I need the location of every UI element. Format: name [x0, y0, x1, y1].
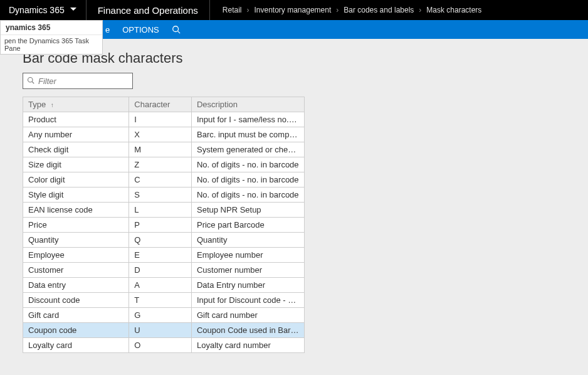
actionbar-cut-letter: e [105, 25, 110, 34]
cell-character: M [129, 142, 192, 157]
table-row[interactable]: PricePPrice part Barcode [23, 218, 305, 233]
cell-description: Input for Discount code - sa... [191, 293, 304, 308]
cell-character: Z [129, 157, 192, 172]
table-row[interactable]: Discount codeTInput for Discount code - … [23, 293, 305, 308]
cell-description: Price part Barcode [191, 218, 304, 233]
grid-header-row: Type ↑ Character Description [23, 97, 305, 112]
breadcrumb: Retail › Inventory management › Bar code… [210, 0, 495, 20]
col-header-description[interactable]: Description [191, 97, 304, 112]
cell-character: O [129, 338, 192, 353]
cell-description: No. of digits - no. in barcode [191, 157, 304, 172]
cell-type: Any number [23, 127, 129, 142]
dropdown-hint: pen the Dynamics 365 Task Pane [1, 35, 102, 54]
table-row[interactable]: CustomerDCustomer number [23, 263, 305, 278]
mask-characters-grid: Type ↑ Character Description ProductIInp… [23, 97, 305, 353]
brand-label: Dynamics 365 [9, 5, 65, 15]
cell-character: S [129, 188, 192, 203]
cell-character: Q [129, 233, 192, 248]
cell-description: Quantity [191, 233, 304, 248]
cell-character: E [129, 248, 192, 263]
cell-character: X [129, 127, 192, 142]
crumb-mask[interactable]: Mask characters [426, 6, 481, 14]
brand-menu[interactable]: Dynamics 365 [0, 0, 87, 20]
cell-description: Setup NPR Setup [191, 203, 304, 218]
search-icon [27, 77, 34, 86]
brand-dropdown: ynamics 365 pen the Dynamics 365 Task Pa… [0, 20, 103, 55]
cell-character: T [129, 293, 192, 308]
page-title: Bar code mask characters [23, 50, 588, 66]
svg-line-3 [32, 82, 34, 83]
cell-description: System generated or checked [191, 142, 304, 157]
cell-character: G [129, 308, 192, 323]
cell-description: No. of digits - no. in barcode [191, 172, 304, 188]
table-row[interactable]: QuantityQQuantity [23, 233, 305, 248]
cell-character: D [129, 263, 192, 278]
col-header-character[interactable]: Character [129, 97, 192, 112]
table-row[interactable]: ProductIInput for I - same/less no. of .… [23, 112, 305, 127]
cell-description: Data Entry number [191, 278, 304, 293]
cell-type: Color digit [23, 172, 129, 188]
cell-type: Size digit [23, 157, 129, 172]
col-label: Type [28, 100, 46, 109]
cell-character: A [129, 278, 192, 293]
cell-character: L [129, 203, 192, 218]
cell-type: Price [23, 218, 129, 233]
cell-character: P [129, 218, 192, 233]
cell-type: Coupon code [23, 323, 129, 338]
table-row[interactable]: Coupon codeUCoupon Code used in Bar code [23, 323, 305, 338]
cell-type: Data entry [23, 278, 129, 293]
table-row[interactable]: EAN license codeLSetup NPR Setup [23, 203, 305, 218]
table-row[interactable]: Any numberXBarc. input must be complete [23, 127, 305, 142]
topbar: Dynamics 365 Finance and Operations Reta… [0, 0, 588, 20]
search-icon[interactable] [172, 25, 181, 34]
options-button[interactable]: OPTIONS [122, 25, 159, 34]
cell-description: Employee number [191, 248, 304, 263]
cell-type: Quantity [23, 233, 129, 248]
table-row[interactable]: Loyalty cardOLoyalty card number [23, 338, 305, 353]
cell-type: Discount code [23, 293, 129, 308]
sort-ascending-icon: ↑ [51, 102, 54, 108]
cell-type: Check digit [23, 142, 129, 157]
cell-type: Employee [23, 248, 129, 263]
cell-description: Barc. input must be complete [191, 127, 304, 142]
table-row[interactable]: Color digitCNo. of digits - no. in barco… [23, 172, 305, 188]
cell-description: Input for I - same/less no. of ... [191, 112, 304, 127]
svg-point-2 [28, 77, 33, 82]
svg-point-0 [173, 26, 179, 32]
table-row[interactable]: Size digitZNo. of digits - no. in barcod… [23, 157, 305, 172]
chevron-right-icon: › [336, 6, 339, 14]
dropdown-title: ynamics 365 [1, 21, 102, 35]
filter-input[interactable] [38, 77, 129, 86]
cell-description: Loyalty card number [191, 338, 304, 353]
table-row[interactable]: Gift cardGGift card number [23, 308, 305, 323]
cell-character: I [129, 112, 192, 127]
cell-type: Loyalty card [23, 338, 129, 353]
cell-description: Gift card number [191, 308, 304, 323]
cell-type: Gift card [23, 308, 129, 323]
table-row[interactable]: EmployeeEEmployee number [23, 248, 305, 263]
chevron-down-icon [70, 5, 77, 15]
cell-character: U [129, 323, 192, 338]
cell-type: Style digit [23, 188, 129, 203]
col-header-type[interactable]: Type ↑ [23, 97, 129, 112]
cell-type: Customer [23, 263, 129, 278]
table-row[interactable]: Style digitSNo. of digits - no. in barco… [23, 188, 305, 203]
crumb-retail[interactable]: Retail [223, 6, 242, 14]
cell-type: EAN license code [23, 203, 129, 218]
page-body: Bar code mask characters Type ↑ Characte… [0, 39, 588, 375]
table-row[interactable]: Check digitMSystem generated or checked [23, 142, 305, 157]
crumb-inventory[interactable]: Inventory management [255, 6, 332, 14]
cell-description: No. of digits - no. in barcode [191, 188, 304, 203]
crumb-barcodes[interactable]: Bar codes and labels [344, 6, 414, 14]
chevron-right-icon: › [247, 6, 249, 14]
table-row[interactable]: Data entryAData Entry number [23, 278, 305, 293]
cell-description: Coupon Code used in Bar code [191, 323, 304, 338]
svg-line-1 [177, 31, 180, 34]
module-label: Finance and Operations [87, 0, 210, 20]
filter-box[interactable] [23, 73, 133, 89]
chevron-right-icon: › [419, 6, 421, 14]
cell-character: C [129, 172, 192, 188]
cell-type: Product [23, 112, 129, 127]
cell-description: Customer number [191, 263, 304, 278]
